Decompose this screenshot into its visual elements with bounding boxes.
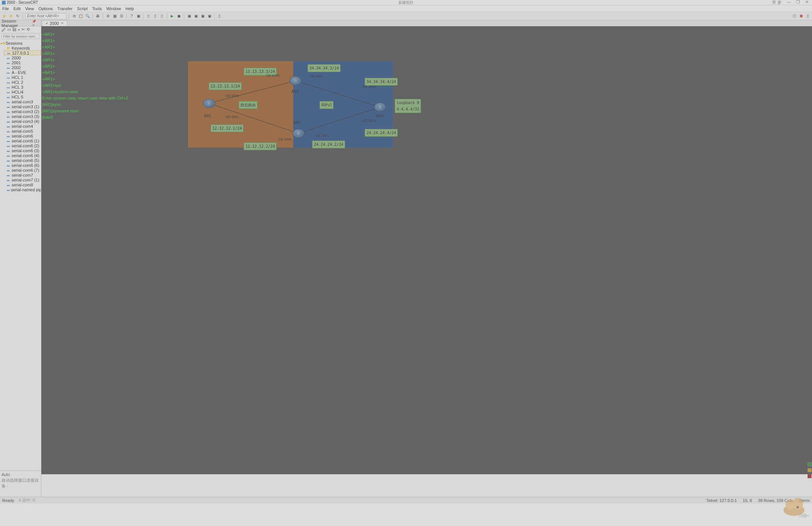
paste-icon[interactable]: 📋	[78, 14, 83, 19]
tree-item-serial-com3--3-[interactable]: ▬serial-com3 (3)	[4, 114, 41, 119]
find-icon[interactable]: 🔍	[85, 14, 90, 19]
tree-item-label: HCL 1	[12, 75, 23, 80]
cut-icon[interactable]: ✂	[21, 27, 25, 32]
titlebar: 2000 - SecureCRT 新建拓扑 常 参 — ❐ ✕	[0, 0, 812, 5]
menu-file[interactable]: File	[2, 6, 9, 11]
print-icon[interactable]: 🖶	[95, 14, 100, 19]
tree-item-hcl-4[interactable]: ▬HCL/4	[4, 89, 41, 94]
session-icon: ▬	[7, 154, 11, 157]
tool-icon[interactable]: ▯	[153, 14, 158, 19]
close-tab-icon[interactable]: ✕	[61, 21, 64, 25]
tool-icon[interactable]: ▯	[146, 14, 151, 19]
tool-icon[interactable]: ▣	[186, 14, 192, 19]
close-button[interactable]: ✕	[804, 0, 810, 5]
tree-item-label: serial-com3 (1)	[12, 104, 39, 109]
list-icon[interactable]: ☰	[119, 14, 124, 19]
tool-icon[interactable]: ▣	[207, 14, 212, 19]
reconnect-icon[interactable]: ↻	[15, 14, 20, 19]
tree-item-serial-com6--6-[interactable]: ▬serial-com6 (6)	[4, 163, 41, 168]
tree-item-hcl-5[interactable]: ▬HCL 5	[4, 94, 41, 99]
help-icon[interactable]: ?	[129, 14, 134, 19]
menubar: File Edit View Options Transfer Script T…	[0, 5, 812, 12]
minimize-button[interactable]: —	[785, 0, 792, 5]
tree-root[interactable]: ▸📁 Sessions	[0, 41, 41, 45]
rip-zone	[293, 61, 393, 148]
session-icon: ▬	[7, 188, 10, 191]
new-folder-icon[interactable]: ▭	[7, 27, 11, 32]
menu-view[interactable]: View	[25, 6, 34, 11]
tool-icon[interactable]: ▯	[159, 14, 165, 19]
menu-edit[interactable]: Edit	[14, 6, 21, 11]
tab-bar: ✔ 2000 ✕	[41, 20, 812, 26]
stop-icon[interactable]: ◼	[176, 14, 182, 19]
tree-item-hcl-1[interactable]: ▬HCL 1	[4, 75, 41, 80]
tree-item-serial-com5[interactable]: ▬serial-com5	[4, 128, 41, 133]
tree-item-serial-com6--3-[interactable]: ▬serial-com6 (3)	[4, 148, 41, 153]
connect-icon[interactable]: ⚡	[2, 14, 7, 19]
pin-icon[interactable]: 📌 ✕	[32, 20, 39, 27]
tree-item-hcl-3[interactable]: ▬HCL 3	[4, 85, 41, 89]
tree-item-serial-com6--2-[interactable]: ▬serial-com6 (2)	[4, 143, 41, 148]
session-icon: ▬	[7, 169, 11, 172]
tree-item-serial-com7--1-[interactable]: ▬serial-com7 (1)	[4, 177, 41, 182]
add-icon[interactable]: +	[18, 27, 20, 32]
close-panel-icon[interactable]: ▯	[805, 14, 810, 19]
tree-item-2001[interactable]: ▬2001	[4, 60, 41, 65]
tree-item-2000[interactable]: ▬2000	[4, 55, 41, 60]
tree-item-serial-com7[interactable]: ▬serial-com7	[4, 172, 41, 177]
tree-item-serial-com3--4-[interactable]: ▬serial-com3 (4)	[4, 119, 41, 124]
extra-control[interactable]: 常 参	[771, 0, 783, 5]
tree-item-serial-com4[interactable]: ▬serial-com4	[4, 124, 41, 128]
new-session-icon[interactable]: 🖉	[2, 27, 6, 32]
svg-line-0	[209, 81, 295, 103]
properties-icon[interactable]: ▤	[12, 27, 16, 32]
tool-icon[interactable]: ▣	[200, 14, 205, 19]
play-icon[interactable]: ▶	[170, 14, 175, 19]
tree-item-serial-com6--1-[interactable]: ▬serial-com6 (1)	[4, 138, 41, 143]
session-icon: ▬	[7, 135, 11, 138]
tree-item-serial-com6--5-[interactable]: ▬serial-com6 (5)	[4, 158, 41, 163]
tree-item-hcl-2[interactable]: ▬HCL 2	[4, 80, 41, 85]
filter-input[interactable]	[2, 34, 39, 39]
tree-item-serial-com6--7-[interactable]: ▬serial-com6 (7)	[4, 168, 41, 172]
mark-icon[interactable]: ▣	[136, 14, 141, 19]
tool-icon[interactable]: ▣	[193, 14, 198, 19]
tree-item-serial-named-pip[interactable]: ▬serial-named pip	[4, 187, 41, 192]
terminal[interactable]: <AR1> <AR1> <AR1> <AR1> <AR1> <AR1> <AR1…	[41, 26, 812, 474]
tool-icon[interactable]: ▯	[217, 14, 222, 19]
menu-transfer[interactable]: Transfer	[57, 6, 73, 11]
tree-item-serial-com6[interactable]: ▬serial-com6	[4, 133, 41, 138]
panel-header: Session Manager 📌 ✕	[0, 20, 41, 26]
menu-script[interactable]: Script	[77, 6, 88, 11]
command-panel[interactable]	[41, 474, 812, 497]
separator	[126, 13, 127, 19]
tree-item-serial-com3--2-[interactable]: ▬serial-com3 (2)	[4, 109, 41, 114]
settings-icon[interactable]: ⚙	[105, 14, 111, 19]
tab-2000[interactable]: ✔ 2000 ✕	[42, 20, 67, 26]
quick-connect-icon[interactable]: ⚡	[8, 14, 14, 19]
tree-item-serial-com8[interactable]: ▬serial-com8	[4, 182, 41, 187]
copy-icon[interactable]: ⧉	[71, 14, 77, 19]
delete-icon[interactable]: ⟲	[26, 27, 30, 32]
menu-tools[interactable]: Tools	[92, 6, 102, 11]
menu-options[interactable]: Options	[38, 6, 53, 11]
separator	[92, 13, 93, 19]
menu-window[interactable]: Window	[106, 6, 121, 11]
tree-item-serial-com3--1-[interactable]: ▬serial-com3 (1)	[4, 104, 41, 109]
tree-item-keywords[interactable]: 📁Keywords	[4, 45, 41, 50]
tree-item-2002[interactable]: ▬2002	[4, 65, 41, 70]
session-tree[interactable]: ▸📁 Sessions 📁Keywords▬127.0.0.1▬2000▬200…	[0, 40, 41, 470]
menu-help[interactable]: Help	[126, 6, 134, 11]
toolbar: ⚡ ⚡ ↻ ⧉ 📋 🔍 🖶 ⚙ ▦ ☰ ? ▣ ▯ ▯ ▯ ▶ ◼ ▣ ▣ ▣ …	[0, 12, 812, 20]
host-input[interactable]	[25, 13, 67, 19]
tree-item-a---eve[interactable]: ▬A - EVE	[4, 70, 41, 75]
tree-item-label: serial-com6 (1)	[12, 139, 39, 143]
tree-item-127-0-0-1[interactable]: ▬127.0.0.1	[4, 50, 41, 55]
badge-icon[interactable]: ⬢	[798, 14, 804, 19]
session-icon[interactable]: ▦	[112, 14, 117, 19]
tree-item-serial-com6--4-[interactable]: ▬serial-com6 (4)	[4, 153, 41, 158]
warning-icon[interactable]: ⬡	[792, 14, 797, 19]
maximize-button[interactable]: ❐	[795, 0, 801, 5]
tree-item-label: HCL 2	[12, 80, 23, 85]
tree-item-serial-com3[interactable]: ▬serial-com3	[4, 99, 41, 104]
